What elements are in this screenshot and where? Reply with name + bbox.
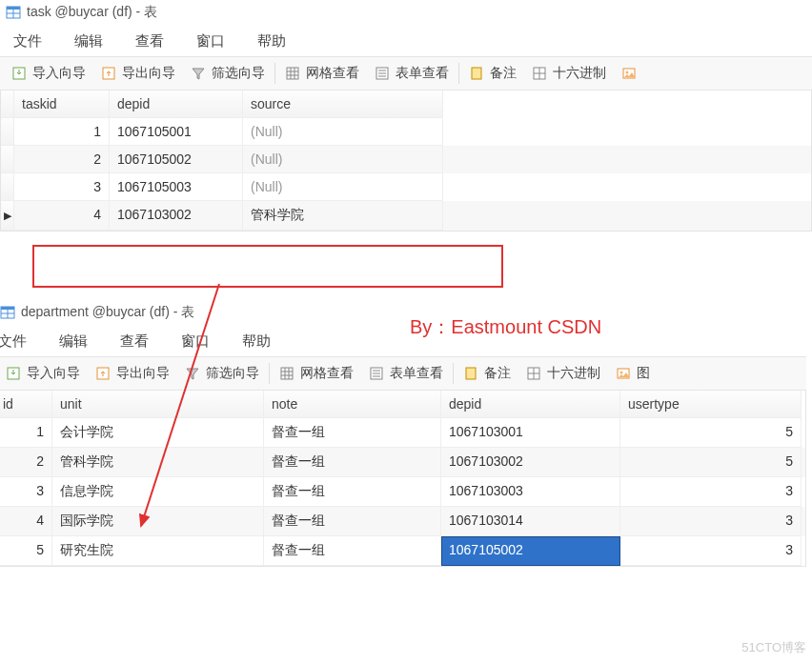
svg-rect-15 bbox=[472, 68, 481, 79]
col-source[interactable]: source bbox=[243, 91, 443, 118]
window-title: department @buycar (df) - 表 bbox=[21, 304, 194, 321]
svg-rect-23 bbox=[1, 307, 14, 310]
form-view-button[interactable]: 表单查看 bbox=[361, 365, 451, 382]
watermark: 51CTO博客 bbox=[741, 639, 806, 656]
selected-cell[interactable]: 1067105002 bbox=[441, 536, 620, 566]
window-task: task @buycar (df) - 表 文件 编辑 查看 窗口 帮助 导入向… bbox=[0, 0, 812, 231]
svg-rect-1 bbox=[7, 7, 20, 10]
export-wizard-button[interactable]: 导出向导 bbox=[88, 365, 177, 382]
table-row[interactable]: 4 国际学院 督查一组 1067103014 3 bbox=[0, 507, 805, 536]
table-row[interactable]: 3 信息学院 督查一组 1067103003 3 bbox=[0, 477, 805, 507]
grid-department: id unit note depid usertype 1 会计学院 督查一组 … bbox=[0, 391, 806, 567]
hex-button[interactable]: 十六进制 bbox=[518, 365, 608, 382]
table-row[interactable]: 3 1067105003 (Null) bbox=[1, 173, 811, 201]
menu-help[interactable]: 帮助 bbox=[242, 332, 271, 351]
image-button[interactable]: 图 bbox=[608, 365, 658, 382]
window-department: department @buycar (df) - 表 文件 编辑 查看 窗口 … bbox=[0, 300, 806, 567]
memo-button[interactable]: 备注 bbox=[461, 65, 524, 82]
window-title: task @buycar (df) - 表 bbox=[27, 4, 157, 21]
svg-rect-28 bbox=[281, 368, 293, 379]
table-row[interactable]: ▶ 4 1067103002 管科学院 bbox=[1, 201, 811, 231]
menu-window[interactable]: 窗口 bbox=[181, 332, 210, 351]
col-id[interactable]: id bbox=[0, 391, 52, 418]
filter-wizard-button[interactable]: 筛选向导 bbox=[183, 65, 273, 82]
menu-window[interactable]: 窗口 bbox=[196, 32, 225, 50]
table-icon bbox=[0, 305, 15, 320]
menu-view[interactable]: 查看 bbox=[135, 32, 164, 50]
image-button-top[interactable] bbox=[614, 66, 644, 81]
table-row[interactable]: 2 1067105002 (Null) bbox=[1, 146, 811, 173]
col-unit[interactable]: unit bbox=[52, 391, 264, 418]
table-icon bbox=[6, 5, 21, 20]
col-taskid[interactable]: taskid bbox=[14, 91, 110, 118]
col-depid[interactable]: depid bbox=[110, 91, 243, 118]
menu-view[interactable]: 查看 bbox=[120, 332, 149, 351]
svg-rect-37 bbox=[466, 368, 476, 379]
form-view-button[interactable]: 表单查看 bbox=[367, 65, 457, 82]
import-wizard-button[interactable]: 导入向导 bbox=[4, 65, 93, 82]
table-row[interactable]: 5 研究生院 督查一组 1067105002 3 bbox=[0, 536, 805, 566]
menu-help[interactable]: 帮助 bbox=[257, 32, 286, 50]
menubar-bottom: 文件 编辑 查看 窗口 帮助 bbox=[0, 325, 806, 356]
filter-wizard-button[interactable]: 筛选向导 bbox=[177, 365, 267, 382]
export-wizard-button[interactable]: 导出向导 bbox=[93, 65, 183, 82]
col-note[interactable]: note bbox=[264, 391, 441, 418]
table-row[interactable]: 1 会计学院 督查一组 1067103001 5 bbox=[0, 418, 805, 448]
svg-rect-6 bbox=[287, 68, 298, 79]
grid-view-button[interactable]: 网格查看 bbox=[272, 365, 361, 382]
menubar-top: 文件 编辑 查看 窗口 帮助 bbox=[0, 25, 812, 56]
row-marker-corner bbox=[1, 91, 14, 118]
menu-file[interactable]: 文件 bbox=[13, 32, 42, 50]
svg-point-42 bbox=[620, 372, 623, 374]
menu-edit[interactable]: 编辑 bbox=[74, 32, 103, 50]
menu-edit[interactable]: 编辑 bbox=[59, 332, 88, 351]
menu-file[interactable]: 文件 bbox=[0, 332, 27, 351]
memo-button[interactable]: 备注 bbox=[456, 365, 518, 382]
svg-point-20 bbox=[626, 71, 629, 74]
annotation-highlight bbox=[32, 245, 503, 288]
active-row-marker: ▶ bbox=[1, 201, 14, 231]
grid-view-button[interactable]: 网格查看 bbox=[277, 65, 367, 82]
annotation-byline: By：Eastmount CSDN bbox=[410, 314, 601, 340]
grid-task: taskid depid source 1 1067105001 (Null) … bbox=[0, 91, 812, 231]
table-row[interactable]: 1 1067105001 (Null) bbox=[1, 118, 811, 146]
col-depid[interactable]: depid bbox=[441, 391, 620, 418]
toolbar-top: 导入向导 导出向导 筛选向导 网格查看 表单查看 备注 十六进制 bbox=[0, 56, 812, 91]
table-row[interactable]: 2 管科学院 督查一组 1067103002 5 bbox=[0, 448, 805, 477]
import-wizard-button[interactable]: 导入向导 bbox=[0, 365, 88, 382]
hex-button[interactable]: 十六进制 bbox=[524, 65, 614, 82]
toolbar-bottom: 导入向导 导出向导 筛选向导 网格查看 表单查看 备注 十六进制 bbox=[0, 356, 806, 391]
col-usertype[interactable]: usertype bbox=[620, 391, 802, 418]
